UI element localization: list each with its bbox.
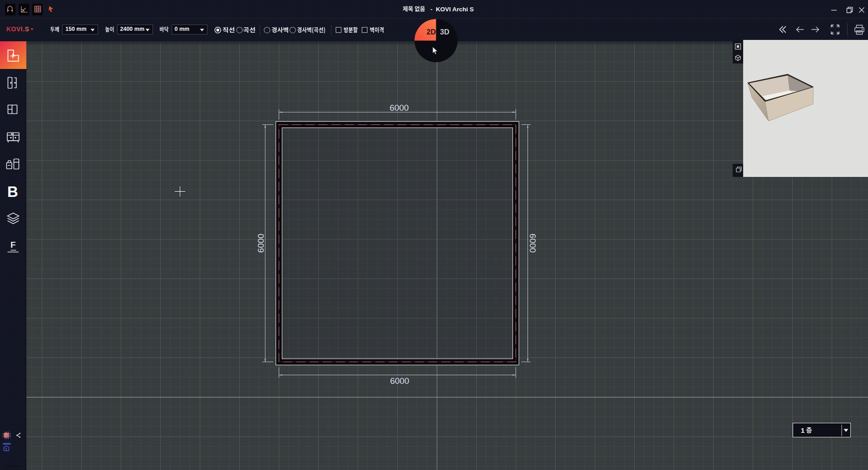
svg-text:6000: 6000 [390,103,409,113]
svg-text:KOVI.S: KOVI.S [6,25,29,33]
svg-text:2D: 2D [427,28,436,36]
svg-text:6000: 6000 [528,234,538,253]
svg-text:6000: 6000 [390,376,409,386]
svg-text:1: 1 [801,426,804,434]
svg-text:- KOVI Archi S: - KOVI Archi S [430,6,474,13]
svg-text:3D: 3D [440,28,449,36]
svg-text:6000: 6000 [256,234,266,253]
